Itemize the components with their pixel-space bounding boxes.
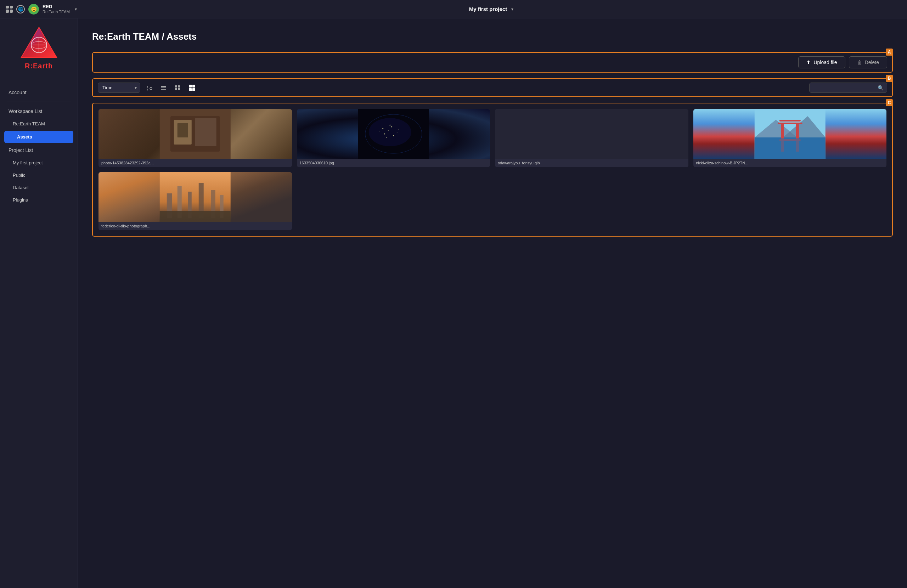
medium-grid-button[interactable] bbox=[172, 83, 183, 93]
thumb-svg-5 bbox=[98, 172, 292, 222]
asset-thumbnail bbox=[693, 109, 887, 159]
svg-point-30 bbox=[384, 133, 385, 135]
svg-point-27 bbox=[388, 130, 388, 131]
svg-point-33 bbox=[398, 129, 399, 130]
svg-point-5 bbox=[150, 88, 152, 90]
sidebar-item-workspace-list[interactable]: Workspace List bbox=[0, 105, 78, 118]
sidebar-item-account[interactable]: Account bbox=[0, 86, 78, 99]
trash-icon: 🗑 bbox=[857, 59, 862, 65]
asset-name: nicki-eliza-schinow-BjJP2TN... bbox=[693, 159, 887, 167]
svg-rect-14 bbox=[189, 85, 192, 88]
sidebar-item-plugins[interactable]: Plugins bbox=[0, 194, 78, 206]
search-input[interactable] bbox=[809, 83, 887, 93]
top-nav-center: My first project ▾ bbox=[81, 6, 901, 12]
asset-item[interactable]: 1633504036610.jpg bbox=[297, 109, 490, 167]
svg-rect-54 bbox=[160, 211, 231, 222]
sort-direction-button[interactable] bbox=[144, 83, 154, 93]
sidebar-item-assets[interactable]: Assets bbox=[4, 131, 73, 143]
asset-item[interactable]: nicki-eliza-schinow-BjJP2TN... bbox=[693, 109, 887, 167]
asset-name: 1633504036610.jpg bbox=[297, 159, 490, 167]
asset-grid-container: C photo-1453828423292-392a... bbox=[92, 103, 893, 237]
asset-thumbnail bbox=[98, 109, 292, 159]
svg-rect-44 bbox=[779, 139, 800, 141]
svg-rect-13 bbox=[178, 88, 180, 90]
asset-name: odawarajyou_tensyu.glb bbox=[495, 159, 688, 167]
top-nav-left: 🌐 😊 RED Re:Earth TEAM ▾ bbox=[6, 4, 77, 14]
sidebar-logo: R:Earth bbox=[0, 26, 78, 70]
toolbar-a: A ⬆ Upload file 🗑 Delete bbox=[92, 52, 893, 73]
apps-icon[interactable] bbox=[6, 6, 13, 13]
avatar: 😊 bbox=[28, 4, 39, 14]
svg-point-34 bbox=[386, 137, 386, 138]
sort-select[interactable]: Time Name Size bbox=[98, 83, 140, 93]
delete-button[interactable]: 🗑 Delete bbox=[849, 56, 887, 68]
svg-rect-45 bbox=[781, 141, 784, 152]
content-area: Re:Earth TEAM / Assets A ⬆ Upload file 🗑… bbox=[78, 18, 907, 588]
asset-name: federico-di-dio-photograph... bbox=[98, 222, 292, 230]
asset-grid: photo-1453828423292-392a... bbox=[98, 109, 886, 230]
thumb-svg-1 bbox=[98, 109, 292, 159]
user-team: Re:Earth TEAM bbox=[43, 10, 70, 14]
badge-b: B bbox=[886, 75, 893, 82]
upload-file-button[interactable]: ⬆ Upload file bbox=[798, 56, 845, 68]
sidebar: R:Earth Account Workspace List Re:Earth … bbox=[0, 18, 78, 588]
svg-rect-12 bbox=[175, 88, 177, 90]
asset-item[interactable]: odawarajyou_tensyu.glb bbox=[495, 109, 688, 167]
user-name: RED bbox=[43, 4, 70, 10]
svg-point-35 bbox=[389, 125, 391, 126]
search-wrap: 🔍 bbox=[809, 83, 887, 93]
badge-c: C bbox=[886, 99, 893, 106]
main-layout: R:Earth Account Workspace List Re:Earth … bbox=[0, 18, 907, 588]
svg-rect-22 bbox=[178, 123, 188, 138]
project-dropdown-arrow[interactable]: ▾ bbox=[511, 7, 513, 12]
large-grid-button[interactable] bbox=[186, 83, 198, 93]
svg-point-26 bbox=[382, 128, 383, 129]
globe-icon[interactable]: 🌐 bbox=[16, 5, 25, 13]
svg-rect-15 bbox=[192, 85, 195, 88]
svg-rect-21 bbox=[195, 118, 216, 146]
sidebar-item-my-first-project[interactable]: My first project bbox=[0, 157, 78, 169]
asset-thumbnail bbox=[297, 109, 490, 159]
asset-thumbnail bbox=[98, 172, 292, 222]
logo-text: R:Earth bbox=[25, 62, 53, 70]
upload-icon: ⬆ bbox=[806, 59, 811, 65]
sort-select-wrap: Time Name Size bbox=[98, 83, 140, 93]
filter-bar: B Time Name Size bbox=[92, 78, 893, 97]
asset-thumbnail bbox=[495, 109, 688, 159]
sidebar-item-dataset[interactable]: Dataset bbox=[0, 181, 78, 194]
svg-point-29 bbox=[396, 132, 397, 133]
badge-a: A bbox=[886, 48, 893, 56]
top-nav: 🌐 😊 RED Re:Earth TEAM ▾ My first project… bbox=[0, 0, 907, 18]
svg-rect-41 bbox=[777, 123, 802, 124]
sidebar-item-reearth-team[interactable]: Re:Earth TEAM bbox=[0, 118, 78, 130]
svg-rect-11 bbox=[178, 85, 180, 88]
user-dropdown-arrow[interactable]: ▾ bbox=[75, 7, 77, 12]
page-title: Re:Earth TEAM / Assets bbox=[92, 31, 893, 42]
svg-rect-42 bbox=[781, 124, 784, 138]
asset-item[interactable]: federico-di-dio-photograph... bbox=[98, 172, 292, 230]
svg-rect-46 bbox=[796, 141, 799, 152]
svg-point-31 bbox=[379, 131, 380, 131]
svg-rect-10 bbox=[175, 85, 177, 88]
svg-rect-16 bbox=[189, 88, 192, 91]
logo-svg bbox=[19, 26, 58, 59]
svg-point-28 bbox=[391, 127, 392, 128]
sidebar-item-project-list[interactable]: Project List bbox=[0, 144, 78, 157]
list-view-button[interactable] bbox=[158, 83, 169, 93]
thumb-svg-2 bbox=[297, 109, 490, 159]
svg-rect-43 bbox=[796, 124, 799, 138]
sidebar-item-public[interactable]: Public bbox=[0, 169, 78, 181]
thumb-svg-4 bbox=[693, 109, 887, 159]
sidebar-divider-2 bbox=[7, 102, 71, 102]
svg-point-25 bbox=[369, 118, 411, 146]
user-info: RED Re:Earth TEAM bbox=[43, 4, 70, 14]
svg-rect-17 bbox=[192, 88, 195, 91]
svg-point-32 bbox=[393, 135, 394, 136]
asset-name: photo-1453828423292-392a... bbox=[98, 159, 292, 167]
svg-rect-40 bbox=[779, 120, 800, 122]
asset-item[interactable]: photo-1453828423292-392a... bbox=[98, 109, 292, 167]
project-title: My first project bbox=[469, 6, 507, 12]
